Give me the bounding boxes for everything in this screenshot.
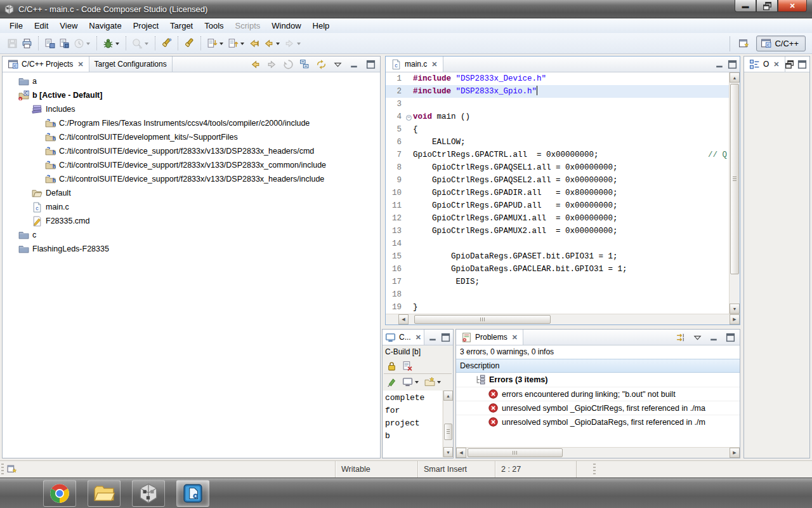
taskbar-explorer-button[interactable] (88, 480, 121, 507)
scroll-thumb[interactable] (444, 424, 452, 440)
tree-item[interactable]: Default (3, 186, 380, 200)
menu-window[interactable]: Window (266, 19, 306, 32)
dropdown-arrow-icon[interactable] (437, 381, 441, 385)
tree-item[interactable]: Cxb [Active - Default] (3, 88, 380, 102)
close-tab-icon[interactable]: ✕ (512, 333, 518, 342)
build-clock-button[interactable] (72, 36, 93, 51)
scroll-up-icon[interactable]: ▲ (730, 72, 740, 83)
close-button[interactable]: ✕ (778, 0, 807, 12)
minimize-icon[interactable] (428, 332, 438, 343)
code-line[interactable]: 4−void main () (386, 110, 740, 123)
scroll-down-icon[interactable]: ▼ (443, 447, 453, 457)
menu-scripts[interactable]: Scripts (230, 19, 266, 32)
problem-row[interactable]: unresolved symbol _GpioDataRegs, first r… (456, 415, 740, 429)
print-button[interactable] (20, 36, 34, 51)
filter-button[interactable] (674, 330, 688, 345)
profile-button[interactable] (130, 36, 151, 51)
description-column-header[interactable]: Description (456, 359, 740, 373)
save-button[interactable] (5, 36, 20, 51)
code-line[interactable]: 16 GpioDataRegs.GPACLEAR.bit.GPIO31 = 1; (386, 263, 740, 276)
tab-outline[interactable]: O ✕ (744, 57, 785, 72)
scroll-right-icon[interactable]: ▶ (730, 314, 740, 324)
code-line[interactable]: 13 GpioCtrlRegs.GPAMUX2.all = 0x00000000… (386, 225, 740, 237)
problems-horizontal-scrollbar[interactable]: ◀ ▶ (456, 447, 740, 458)
scroll-thumb[interactable] (414, 315, 551, 324)
code-line[interactable]: 7GpioCtrlRegs.GPACTRL.all = 0x00000000; … (386, 149, 740, 161)
cpp-perspective-button[interactable]: C C/C++ (756, 36, 806, 51)
close-tab-icon[interactable]: ✕ (77, 60, 83, 69)
code-line[interactable]: 19} (386, 301, 740, 314)
menu-edit[interactable]: Edit (29, 19, 54, 32)
dropdown-arrow-icon[interactable] (297, 43, 301, 47)
taskbar-ccs-button[interactable] (132, 480, 165, 507)
tree-item[interactable]: cmain.c (3, 200, 380, 214)
code-line[interactable]: 2#include "DSP2833x_Gpio.h" (386, 85, 740, 98)
menu-target[interactable]: Target (164, 19, 199, 32)
close-tab-icon[interactable]: ✕ (416, 333, 421, 342)
dropdown-arrow-icon[interactable] (145, 43, 148, 47)
dropdown-arrow-icon[interactable] (415, 381, 419, 385)
console-output[interactable]: completeforprojectb (383, 391, 442, 457)
open-perspective-button[interactable] (737, 36, 751, 51)
menu-tools[interactable]: Tools (199, 19, 229, 32)
forward-button[interactable] (265, 57, 279, 72)
taskbar-ccs-active-button[interactable] (176, 480, 209, 507)
maximize-icon[interactable] (727, 59, 738, 70)
minimize-button[interactable] (347, 57, 362, 72)
menu-help[interactable]: Help (307, 19, 336, 32)
code-line[interactable]: 3 (386, 98, 740, 110)
scroll-thumb[interactable] (468, 448, 563, 457)
minimize-button[interactable]: ▬ (735, 0, 756, 12)
maximize-icon[interactable] (797, 59, 808, 70)
taskbar-chrome-button[interactable] (43, 480, 76, 507)
debug-button[interactable] (101, 36, 122, 51)
build-all-button[interactable] (57, 36, 72, 51)
code-area[interactable]: 1#include "DSP2833x_Device.h"2#include "… (386, 72, 740, 314)
annotate-up-button[interactable] (226, 36, 247, 51)
pin-console-button[interactable] (384, 374, 399, 389)
console-scrollbar[interactable]: ▲ ▼ (443, 391, 453, 457)
code-line[interactable]: 18 (386, 288, 740, 301)
minimize-button[interactable] (707, 330, 721, 345)
scroll-down-icon[interactable]: ▼ (730, 304, 740, 314)
tree-item[interactable]: a (3, 74, 380, 88)
menu-project[interactable]: Project (128, 19, 164, 32)
tree-item[interactable]: hC:/Program Files/Texas Instruments/ccsv… (3, 116, 380, 130)
remove-console-button[interactable] (400, 358, 415, 373)
tree-item[interactable]: FlashingLeds-F28335 (3, 242, 380, 256)
code-line[interactable]: 14 (386, 237, 740, 250)
code-line[interactable]: 1#include "DSP2833x_Device.h" (386, 72, 740, 85)
view-menu-button[interactable] (690, 330, 705, 345)
link-editor-button[interactable] (314, 57, 329, 72)
code-line[interactable]: 9 GpioCtrlRegs.GPAQSEL2.all = 0x00000000… (386, 174, 740, 187)
tree-item[interactable]: Includes (3, 102, 380, 116)
back-button[interactable] (261, 36, 282, 51)
open-console-button[interactable] (422, 374, 443, 389)
code-line[interactable]: 8 GpioCtrlRegs.GPAQSEL1.all = 0x00000000… (386, 161, 740, 174)
tab-target-configurations[interactable]: Target Configurations (89, 57, 173, 72)
view-menu-button[interactable] (331, 57, 345, 72)
tree-item[interactable]: c (3, 228, 380, 242)
minimize-icon[interactable] (714, 59, 725, 70)
fold-minus-icon[interactable]: − (406, 115, 412, 121)
flash-new-button[interactable] (159, 36, 174, 51)
build-active-button[interactable] (43, 36, 57, 51)
tree-item[interactable]: hC:/ti/controlSUITE/device_support/f2833… (3, 172, 380, 186)
code-line[interactable]: 11 GpioCtrlRegs.GPAPUD.all = 0x00000000; (386, 199, 740, 212)
close-tab-icon[interactable]: ✕ (431, 60, 437, 69)
flash-button[interactable] (182, 36, 197, 51)
scroll-up-icon[interactable]: ▲ (443, 391, 453, 401)
up-button[interactable] (281, 57, 296, 72)
dropdown-arrow-icon[interactable] (115, 43, 119, 47)
maximize-button[interactable] (363, 57, 378, 72)
maximize-button[interactable] (723, 330, 738, 345)
menu-view[interactable]: View (54, 19, 83, 32)
lock-button[interactable] (384, 358, 399, 373)
problem-row[interactable]: unresolved symbol _GpioCtrlRegs, first r… (456, 401, 740, 415)
tab-console[interactable]: C... ✕ (383, 330, 424, 345)
code-line[interactable]: 17 EDIS; (386, 276, 740, 288)
tab-problems[interactable]: Problems ✕ (456, 330, 523, 345)
collapse-all-button[interactable] (298, 57, 312, 72)
dropdown-arrow-icon[interactable] (240, 43, 244, 47)
editor-vertical-scrollbar[interactable]: ▲ ▼ (729, 72, 740, 314)
